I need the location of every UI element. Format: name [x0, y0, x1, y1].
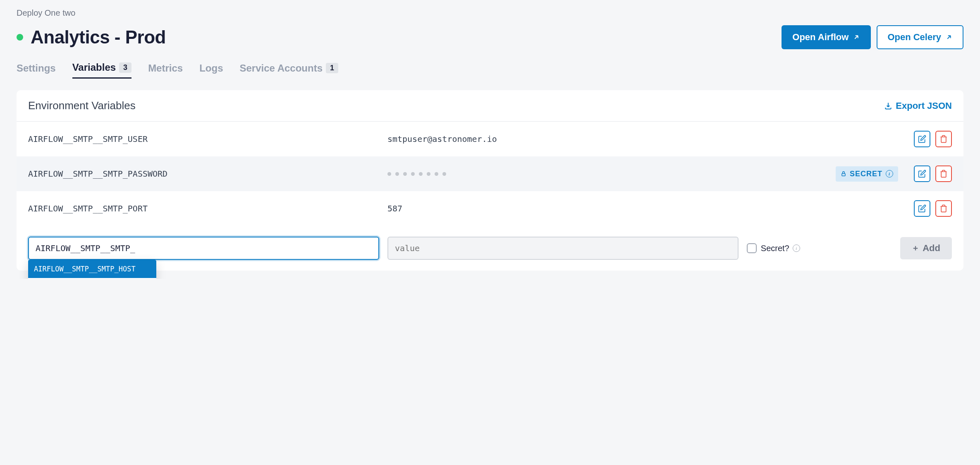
tabs: Settings Variables 3 Metrics Logs Servic… — [17, 62, 963, 79]
tab-service-accounts-label: Service Accounts — [240, 62, 323, 74]
delete-button[interactable] — [935, 200, 952, 217]
edit-icon — [918, 135, 926, 143]
external-link-icon — [945, 34, 953, 41]
variable-key: AIRFLOW__SMTP__SMTP_PASSWORD — [28, 169, 379, 179]
env-variables-card: Environment Variables Export JSON AIRFLO… — [17, 90, 963, 271]
tab-service-accounts[interactable]: Service Accounts 1 — [240, 62, 339, 79]
open-airflow-button[interactable]: Open Airflow — [782, 25, 871, 49]
edit-button[interactable] — [914, 131, 930, 147]
info-icon[interactable]: i — [886, 170, 893, 177]
add-variable-row: AIRFLOW__SMTP__SMTP_HOST AIRFLOW__SMTP__… — [17, 226, 963, 271]
trash-icon — [939, 170, 948, 178]
lock-icon — [841, 171, 846, 177]
page-title: Analytics - Prod — [31, 27, 166, 48]
open-celery-label: Open Celery — [887, 32, 941, 43]
edit-button[interactable] — [914, 200, 930, 217]
variable-row: AIRFLOW__SMTP__SMTP_PORT 587 — [17, 191, 963, 226]
svg-rect-0 — [842, 173, 845, 176]
secret-badge: SECRET i — [836, 166, 898, 182]
tab-settings[interactable]: Settings — [17, 62, 56, 79]
variable-value: 587 — [387, 204, 824, 213]
external-link-icon — [853, 34, 860, 41]
secret-checkbox[interactable] — [747, 243, 757, 253]
trash-icon — [939, 135, 948, 143]
open-celery-button[interactable]: Open Celery — [877, 25, 963, 49]
edit-button[interactable] — [914, 165, 930, 182]
variable-value-input[interactable] — [387, 237, 739, 260]
tab-service-accounts-count: 1 — [326, 63, 338, 73]
edit-icon — [918, 204, 926, 213]
secret-badge-label: SECRET — [850, 170, 882, 178]
variable-key-input[interactable] — [28, 237, 379, 260]
tab-variables-label: Variables — [72, 62, 116, 73]
variable-value-secret — [387, 172, 824, 176]
status-indicator — [17, 34, 23, 41]
secret-mask — [387, 172, 446, 176]
autocomplete-dropdown: AIRFLOW__SMTP__SMTP_HOST AIRFLOW__SMTP__… — [28, 260, 156, 279]
tab-variables-count: 3 — [119, 62, 131, 73]
trash-icon — [939, 204, 948, 213]
export-json-link[interactable]: Export JSON — [884, 101, 952, 111]
plus-icon — [912, 244, 919, 252]
info-icon[interactable]: i — [793, 244, 800, 252]
delete-button[interactable] — [935, 131, 952, 147]
open-airflow-label: Open Airflow — [792, 32, 849, 43]
edit-icon — [918, 170, 926, 178]
variable-row: AIRFLOW__SMTP__SMTP_PASSWORD SECRET i — [17, 156, 963, 191]
add-button-label: Add — [923, 243, 940, 254]
add-button[interactable]: Add — [900, 237, 952, 259]
autocomplete-item[interactable]: AIRFLOW__SMTP__SMTP_STARTTLS — [28, 278, 156, 279]
download-icon — [884, 102, 892, 110]
card-title: Environment Variables — [28, 99, 136, 112]
variable-key: AIRFLOW__SMTP__SMTP_PORT — [28, 204, 379, 213]
variable-value: smtpuser@astronomer.io — [387, 134, 824, 144]
autocomplete-item[interactable]: AIRFLOW__SMTP__SMTP_HOST — [28, 260, 156, 278]
delete-button[interactable] — [935, 165, 952, 182]
secret-label: Secret? — [761, 244, 789, 253]
breadcrumb[interactable]: Deploy One two — [17, 8, 963, 18]
export-json-label: Export JSON — [896, 101, 952, 111]
tab-variables[interactable]: Variables 3 — [72, 62, 131, 79]
variable-row: AIRFLOW__SMTP__SMTP_USER smtpuser@astron… — [17, 122, 963, 156]
tab-metrics[interactable]: Metrics — [148, 62, 183, 79]
tab-logs[interactable]: Logs — [199, 62, 223, 79]
variable-key: AIRFLOW__SMTP__SMTP_USER — [28, 134, 379, 144]
